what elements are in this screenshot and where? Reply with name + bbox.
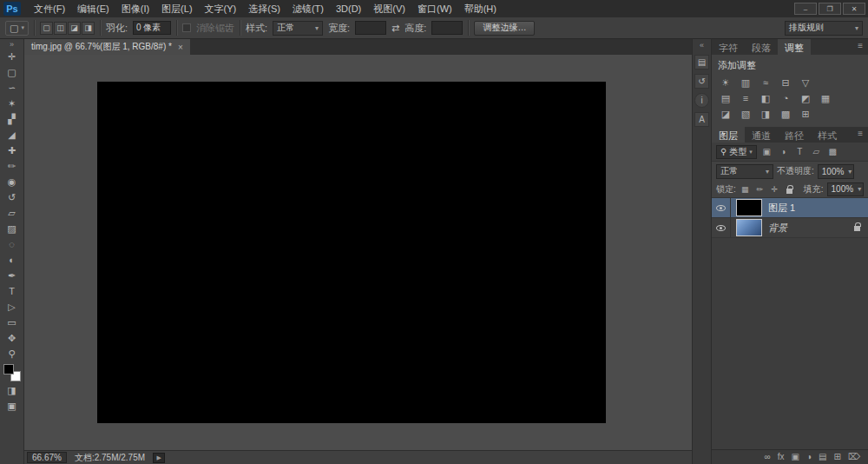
layer-row-layer1[interactable]: 图层 1 (712, 198, 868, 218)
history-panel-icon[interactable]: ↺ (694, 74, 709, 89)
panel-menu-icon[interactable]: ≡ (858, 39, 868, 55)
invert-icon[interactable]: ◪ (717, 107, 734, 121)
width-input[interactable] (355, 21, 386, 35)
close-document-icon[interactable]: × (178, 43, 183, 52)
filter-smart-objects-icon[interactable]: ▩ (826, 145, 839, 158)
opacity-dropdown[interactable]: 100% ▾ (818, 164, 854, 179)
menu-file[interactable]: 文件(F) (28, 0, 71, 17)
tab-paragraph[interactable]: 段落 (745, 39, 778, 55)
menu-layer[interactable]: 图层(L) (155, 0, 198, 17)
channel-mixer-icon[interactable]: ◩ (797, 91, 814, 105)
crop-tool[interactable]: ▞ (2, 111, 23, 127)
lock-transparent-pixels-icon[interactable]: ▦ (740, 183, 751, 195)
workspace-dropdown[interactable]: 排版规则 ▾ (785, 21, 863, 36)
character-panel-icon[interactable]: A (694, 112, 709, 127)
selective-color-icon[interactable]: ⊞ (797, 107, 814, 121)
tool-preset-picker[interactable]: ▢ ▾ (5, 21, 29, 36)
menu-edit[interactable]: 编辑(E) (71, 0, 115, 17)
photo-filter-icon[interactable]: ◔ (777, 91, 794, 105)
lock-image-pixels-icon[interactable]: ✏ (754, 183, 766, 195)
layer-name[interactable]: 背景 (768, 222, 787, 235)
antialias-checkbox[interactable] (182, 23, 191, 32)
height-input[interactable] (431, 21, 463, 35)
menu-type[interactable]: 文字(Y) (199, 0, 243, 17)
filter-shape-layers-icon[interactable]: ▱ (810, 145, 823, 158)
menu-3d[interactable]: 3D(D) (330, 0, 367, 17)
tab-adjustments[interactable]: 调整 (778, 39, 811, 55)
lock-position-icon[interactable]: ✛ (769, 183, 780, 195)
color-balance-icon[interactable]: ≡ (737, 91, 754, 105)
layer-style-icon[interactable]: fx (778, 453, 785, 461)
intersect-selection-icon[interactable]: ◨ (82, 22, 95, 35)
hue-saturation-icon[interactable]: ▤ (717, 91, 734, 105)
quick-mask-toggle[interactable]: ◨ (2, 382, 23, 398)
visibility-cell[interactable] (712, 198, 731, 217)
properties-panel-icon[interactable]: ▤ (694, 55, 709, 70)
layer-name[interactable]: 图层 1 (768, 202, 795, 215)
menu-view[interactable]: 视图(V) (367, 0, 411, 17)
threshold-icon[interactable]: ◨ (757, 107, 774, 121)
new-adjustment-layer-icon[interactable]: ◑ (806, 453, 812, 461)
menu-select[interactable]: 选择(S) (242, 0, 286, 17)
gradient-tool[interactable]: ▨ (2, 221, 23, 236)
dodge-tool[interactable]: ◐ (2, 252, 23, 268)
exposure-icon[interactable]: ⊟ (777, 76, 794, 89)
zoom-level-field[interactable]: 66.67% (27, 452, 67, 463)
expand-panels-icon[interactable]: « (700, 41, 704, 50)
tab-paths[interactable]: 路径 (778, 127, 811, 143)
lasso-tool[interactable]: ∽ (2, 80, 23, 96)
path-selection-tool[interactable]: ▷ (2, 299, 23, 315)
style-dropdown[interactable]: 正常 ▾ (273, 21, 323, 36)
menu-help[interactable]: 帮助(H) (458, 0, 503, 17)
lock-all-icon[interactable] (784, 183, 795, 195)
visibility-cell[interactable] (712, 218, 731, 237)
swap-dimensions-icon[interactable]: ⇄ (391, 23, 399, 34)
tab-layers[interactable]: 图层 (712, 127, 745, 143)
collapse-tools-icon[interactable]: » (10, 40, 14, 49)
tab-channels[interactable]: 通道 (745, 127, 778, 143)
brush-tool[interactable]: ✏ (2, 158, 23, 174)
menu-window[interactable]: 窗口(W) (411, 0, 458, 17)
hand-tool[interactable]: ✥ (2, 330, 23, 346)
move-tool[interactable]: ✛ (2, 49, 23, 64)
eraser-tool[interactable]: ▱ (2, 205, 23, 221)
healing-brush-tool[interactable]: ✚ (2, 143, 23, 158)
filter-adjustment-layers-icon[interactable]: ◑ (777, 145, 790, 158)
clone-stamp-tool[interactable]: ◉ (2, 174, 23, 189)
restore-button[interactable]: ❐ (819, 3, 841, 15)
black-white-icon[interactable]: ◧ (757, 91, 774, 105)
delete-layer-icon[interactable]: ⌦ (848, 453, 860, 461)
canvas-image[interactable] (97, 82, 606, 423)
kind-filter-dropdown[interactable]: ⚲ 类型 ▾ (716, 145, 757, 159)
add-layer-mask-icon[interactable]: ▣ (792, 453, 799, 461)
tab-styles[interactable]: 样式 (811, 127, 844, 143)
subtract-selection-icon[interactable]: ◪ (68, 22, 81, 35)
new-selection-icon[interactable]: ▢ (40, 22, 53, 35)
add-selection-icon[interactable]: ◫ (54, 22, 67, 35)
canvas-pasteboard[interactable] (24, 55, 692, 450)
curves-icon[interactable]: ≈ (757, 76, 774, 89)
foreground-color-swatch[interactable] (3, 364, 14, 375)
filter-type-layers-icon[interactable]: T (793, 145, 806, 158)
quick-selection-tool[interactable]: ✶ (2, 96, 23, 111)
fill-dropdown[interactable]: 100% ▾ (827, 182, 864, 196)
status-options-arrow[interactable]: ▶ (153, 453, 165, 463)
layer-row-background[interactable]: 背景 (712, 218, 868, 238)
shape-tool[interactable]: ▭ (2, 315, 23, 330)
gradient-map-icon[interactable]: ▩ (777, 107, 794, 121)
type-tool[interactable]: T (2, 283, 23, 299)
pen-tool[interactable]: ✒ (2, 268, 23, 283)
info-panel-icon[interactable]: i (694, 93, 709, 108)
brightness-contrast-icon[interactable]: ☀ (717, 76, 734, 89)
screen-mode-toggle[interactable]: ▣ (2, 398, 23, 414)
filter-pixel-layers-icon[interactable]: ▣ (760, 145, 773, 158)
menu-filter[interactable]: 滤镜(T) (286, 0, 330, 17)
zoom-tool[interactable]: ⚲ (2, 346, 23, 361)
rectangular-marquee-tool[interactable]: ▢ (2, 64, 23, 80)
vibrance-icon[interactable]: ▽ (797, 76, 814, 89)
refine-edge-button[interactable]: 调整边缘… (474, 21, 535, 36)
posterize-icon[interactable]: ▧ (737, 107, 754, 121)
minimize-button[interactable]: – (794, 3, 817, 15)
menu-image[interactable]: 图像(I) (115, 0, 155, 17)
blur-tool[interactable]: ◌ (2, 236, 23, 252)
